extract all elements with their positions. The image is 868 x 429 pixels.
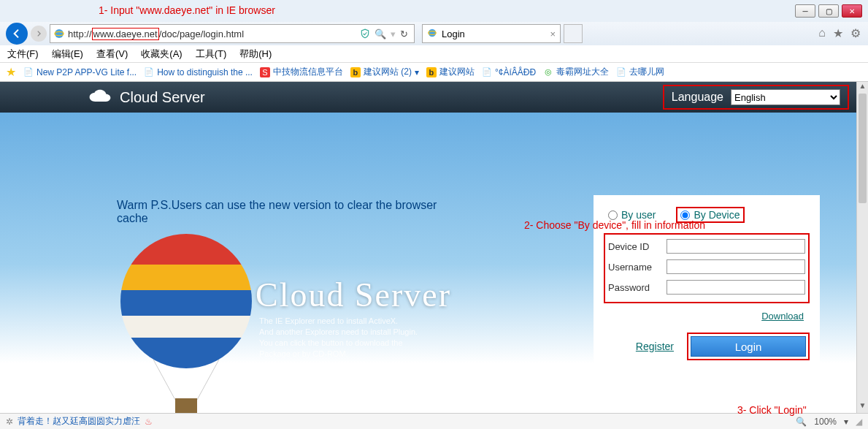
scrollbar-thumb[interactable] — [859, 94, 867, 203]
bookmark-item[interactable]: b建议网站 — [426, 66, 475, 78]
username-input[interactable] — [667, 259, 805, 274]
zoom-icon[interactable]: 🔍 — [796, 417, 807, 427]
settings-icon[interactable]: ⚙ — [850, 26, 861, 40]
window-maximize[interactable]: ▢ — [818, 4, 839, 18]
refresh-icon[interactable]: ↻ — [400, 29, 408, 39]
page-header: Cloud Server Language English — [0, 82, 856, 113]
bing-icon: b — [426, 67, 437, 77]
menu-file[interactable]: 文件(F) — [7, 48, 39, 61]
download-link[interactable]: Download — [761, 311, 804, 322]
browser-tab[interactable]: Login × — [422, 24, 561, 43]
safe-icon — [360, 29, 370, 39]
vertical-scrollbar[interactable]: ▲ ▼ — [856, 82, 868, 413]
scroll-down-icon[interactable]: ▼ — [857, 401, 868, 413]
menu-view[interactable]: 查看(V) — [96, 48, 128, 61]
cloud-icon — [88, 89, 112, 105]
close-tab-icon[interactable]: × — [550, 29, 556, 39]
window-minimize[interactable]: ─ — [795, 4, 815, 18]
svg-rect-5 — [117, 232, 256, 265]
back-button[interactable] — [6, 23, 28, 45]
status-text[interactable]: 背着走！赵又廷高圆圆实力虐汪 — [18, 415, 140, 428]
device-id-label: Device ID — [608, 241, 659, 252]
username-label: Username — [608, 262, 659, 273]
language-label: Language — [672, 91, 723, 104]
bookmark-item[interactable]: b建议网站 (2) ▾ — [350, 66, 419, 78]
site-icon: ◎ — [543, 67, 553, 77]
window-close[interactable]: ✕ — [842, 4, 862, 18]
bookmark-item[interactable]: 📄去哪儿网 — [616, 66, 664, 78]
hero-title: Cloud Server — [256, 276, 451, 314]
ie-icon — [53, 28, 65, 39]
brand-title: Cloud Server — [120, 89, 205, 106]
svg-point-0 — [55, 29, 64, 38]
browser-nav: http://www.daeye.net/doc/page/login.html… — [0, 22, 868, 45]
by-user-radio-input[interactable] — [608, 210, 618, 220]
tab-title: Login — [442, 29, 465, 39]
forward-button[interactable] — [31, 26, 47, 42]
page-icon: 📄 — [482, 67, 492, 77]
svg-rect-8 — [117, 316, 256, 338]
svg-rect-9 — [117, 338, 256, 374]
page-content: Cloud Server Language English Warm P.S.U… — [0, 82, 856, 413]
page-icon: 📄 — [144, 67, 154, 77]
svg-rect-7 — [117, 290, 256, 316]
warm-message-line2: cache — [117, 212, 437, 225]
password-input[interactable] — [667, 280, 805, 295]
svg-rect-6 — [117, 265, 256, 290]
svg-rect-11 — [175, 398, 197, 413]
bookmark-item[interactable]: 📄New P2P APP-VG Lite f... — [23, 67, 137, 77]
page-icon: 📄 — [23, 67, 34, 77]
bookmark-item[interactable]: ◎毒霸网址大全 — [543, 66, 609, 78]
bookmark-item[interactable]: S中技物流信息平台 — [260, 66, 343, 78]
menu-bar: 文件(F) 编辑(E) 查看(V) 收藏夹(A) 工具(T) 帮助(H) — [0, 45, 868, 63]
bookmark-item[interactable]: 📄°¢ÀíÂÅÐÐ — [482, 67, 536, 77]
device-id-input[interactable] — [667, 239, 805, 254]
bookmarks-bar: ★ 📄New P2P APP-VG Lite f... 📄How to dist… — [0, 63, 868, 82]
warm-message-line1: Warm P.S.Users can use the new version t… — [117, 199, 437, 212]
new-tab-button[interactable] — [564, 24, 583, 43]
address-bar[interactable]: http://www.daeye.net/doc/page/login.html… — [50, 24, 415, 43]
annotation-step3: 3- Click "Login" — [737, 404, 807, 416]
menu-favorites[interactable]: 收藏夹(A) — [141, 48, 182, 61]
page-icon: 📄 — [616, 67, 626, 77]
scroll-up-icon[interactable]: ▲ — [857, 82, 868, 94]
url-text: http://www.daeye.net/doc/page/login.html — [68, 29, 357, 39]
gear-icon[interactable]: ✲ — [6, 417, 13, 427]
annotation-step2: 2- Choose "By device", fill in informati… — [524, 219, 705, 231]
resize-grip-icon[interactable]: ◢ — [856, 417, 862, 427]
favorites-icon[interactable]: ★ — [833, 26, 843, 40]
annotation-step1: 1- Input "www.daeye.net" in IE browser — [99, 4, 275, 16]
password-label: Password — [608, 282, 659, 293]
zoom-dropdown-icon[interactable]: ▾ — [844, 417, 848, 427]
site-icon: S — [260, 67, 270, 77]
menu-edit[interactable]: 编辑(E) — [52, 48, 83, 61]
home-icon[interactable]: ⌂ — [818, 26, 826, 40]
add-favorite-icon[interactable]: ★ — [6, 65, 16, 79]
menu-help[interactable]: 帮助(H) — [239, 48, 272, 61]
balloon-image — [117, 232, 256, 413]
svg-point-2 — [429, 29, 437, 37]
login-button[interactable]: Login — [691, 336, 806, 357]
bing-icon: b — [350, 67, 361, 77]
language-select[interactable]: English — [731, 89, 840, 105]
bookmark-item[interactable]: 📄How to distinguish the ... — [144, 67, 253, 77]
register-link[interactable]: Register — [636, 341, 674, 352]
search-icon[interactable]: 🔍 — [375, 29, 386, 39]
brand-logo: Cloud Server — [88, 89, 205, 106]
ie-icon — [427, 28, 437, 40]
zoom-level: 100% — [814, 417, 837, 427]
flame-icon: ♨ — [145, 417, 153, 427]
hero-subtitle: The IE Explorer need to install ActiveX.… — [259, 316, 418, 360]
by-device-radio-input[interactable] — [680, 210, 690, 220]
menu-tools[interactable]: 工具(T) — [196, 48, 227, 61]
